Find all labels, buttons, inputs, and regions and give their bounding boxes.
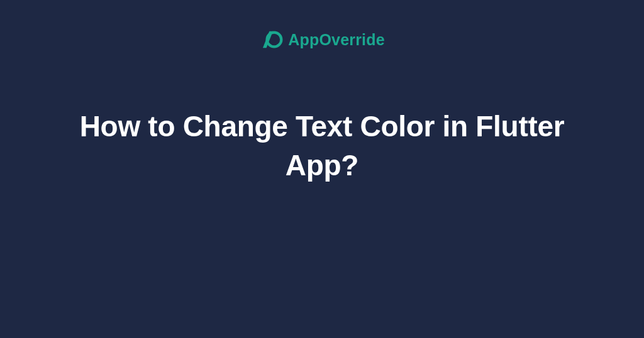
brand-logo-icon [259, 28, 283, 52]
title-container: How to Change Text Color in Flutter App? [0, 107, 644, 185]
brand-name: AppOverride [288, 31, 385, 49]
page-title: How to Change Text Color in Flutter App? [63, 107, 581, 185]
brand-logo: AppOverride [259, 28, 385, 52]
